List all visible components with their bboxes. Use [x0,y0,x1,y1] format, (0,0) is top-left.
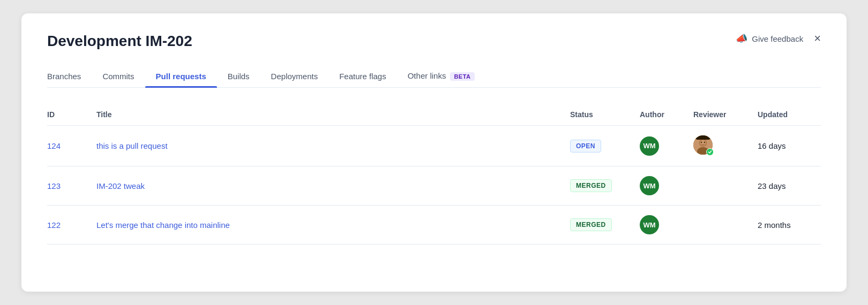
reviewer-cell-123 [687,166,751,205]
tab-feature-flags[interactable]: Feature flags [328,65,397,87]
tab-deployments[interactable]: Deployments [260,65,329,87]
page-title: Development IM-202 [47,33,192,50]
main-card: Development IM-202 📣 Give feedback × Bra… [21,13,847,292]
pull-requests-table: ID Title Status Author Reviewer Updated … [47,105,821,245]
tab-commits[interactable]: Commits [92,65,145,87]
tab-bar: Branches Commits Pull requests Builds De… [47,65,821,88]
feedback-button[interactable]: 📣 Give feedback [736,33,803,44]
tab-pull-requests[interactable]: Pull requests [145,65,217,87]
updated-cell-123: 23 days [751,166,821,205]
table-row: 124 this is a pull request OPEN WM [47,126,821,166]
svg-point-4 [701,142,702,143]
author-avatar-124: WM [640,136,659,156]
pr-id-link-123[interactable]: 123 [47,181,61,190]
status-badge-open: OPEN [570,140,601,152]
col-header-id: ID [47,105,90,126]
pr-title-link-124[interactable]: this is a pull request [96,141,168,150]
reviewer-cell-122 [687,205,751,245]
updated-cell-124: 16 days [751,126,821,166]
beta-badge: BETA [450,72,474,81]
updated-cell-122: 2 months [751,205,821,245]
card-header: Development IM-202 📣 Give feedback × [47,33,821,50]
svg-rect-6 [695,135,710,140]
checkmark-icon [708,150,712,154]
col-header-author: Author [633,105,687,126]
pr-id-link-124[interactable]: 124 [47,141,61,150]
svg-point-5 [704,142,705,143]
pr-id-link-122[interactable]: 122 [47,220,61,230]
col-header-title: Title [90,105,564,126]
pr-title-link-122[interactable]: Let's merge that change into mainline [96,220,230,230]
author-avatar-123: WM [640,176,659,195]
table-row: 123 IM-202 tweak MERGED WM 23 days [47,166,821,205]
author-avatar-122: WM [640,215,659,234]
tab-branches[interactable]: Branches [47,65,92,87]
col-header-updated: Updated [751,105,821,126]
tab-other-links[interactable]: Other linksBETA [397,65,485,87]
status-badge-merged-122: MERGED [570,218,612,231]
close-button[interactable]: × [814,33,821,44]
header-actions: 📣 Give feedback × [736,33,821,44]
col-header-status: Status [564,105,633,126]
tab-builds[interactable]: Builds [217,65,260,87]
pr-title-link-123[interactable]: IM-202 tweak [96,181,145,190]
megaphone-icon: 📣 [736,33,747,44]
reviewer-check-badge [706,148,714,156]
col-header-reviewer: Reviewer [687,105,751,126]
table-header-row: ID Title Status Author Reviewer Updated [47,105,821,126]
reviewer-wrap-124 [693,135,713,155]
status-badge-merged-123: MERGED [570,179,612,192]
table-row: 122 Let's merge that change into mainlin… [47,205,821,245]
